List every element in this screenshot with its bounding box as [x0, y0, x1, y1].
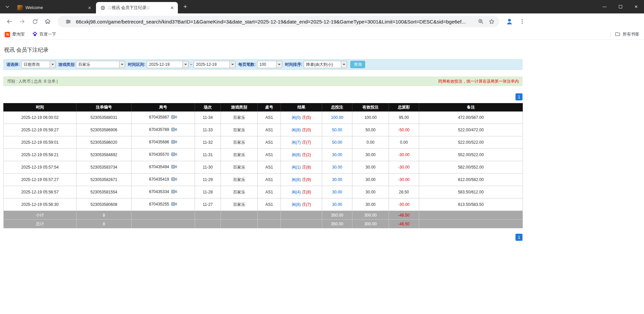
date-start-select[interactable]: 2025-12-19: [147, 61, 189, 68]
date-range-label: 时间区间:: [128, 62, 145, 68]
empty-cell: [419, 220, 523, 228]
page-size-select[interactable]: 100: [257, 61, 282, 68]
empty-cell: [258, 211, 281, 220]
video-replay-icon[interactable]: [171, 202, 177, 207]
total-bet-link[interactable]: 30.00: [332, 177, 342, 182]
all-bookmarks[interactable]: 所有书签: [610, 31, 639, 38]
dropdown-arrow-icon[interactable]: [119, 61, 125, 68]
cell-result: 闲(8)庄(9): [281, 174, 322, 186]
empty-cell: [419, 211, 523, 220]
address-bar[interactable]: 66cxkj98.com/game/betrecord_search/kind3…: [58, 16, 499, 27]
cell-valid-bet: 50.00: [352, 124, 389, 136]
cell-bet-id: 523053586906: [77, 124, 132, 136]
tab-title: :::视讯 会员下注纪录:::: [108, 5, 169, 11]
video-replay-icon[interactable]: [171, 140, 177, 145]
video-replay-icon[interactable]: [171, 189, 177, 195]
window-close-icon[interactable]: ✕: [628, 0, 644, 13]
tab-search-chevron-icon[interactable]: [3, 2, 12, 11]
dropdown-arrow-icon[interactable]: [276, 61, 282, 68]
table-header-row: 时间注单编号局号场次游戏类别桌号结果总投注有效投注总派彩备注: [4, 103, 523, 111]
cell-game-type: 百家乐: [221, 198, 258, 211]
dropdown-arrow-icon[interactable]: [341, 61, 347, 68]
tab-welcome[interactable]: Welcome ✕: [13, 2, 95, 13]
empty-cell: [195, 211, 221, 220]
empty-cell: [132, 211, 195, 220]
table-header-cell: 结果: [281, 103, 322, 111]
empty-cell: [281, 211, 322, 220]
total-bet-link[interactable]: 30.00: [332, 190, 342, 194]
video-replay-icon[interactable]: [171, 177, 177, 182]
reload-icon[interactable]: [30, 16, 40, 27]
query-type-select[interactable]: 日期查询: [21, 61, 56, 68]
result-player: 闲(6): [292, 152, 301, 157]
cell-table-no: AS1: [258, 198, 281, 211]
home-icon[interactable]: [42, 16, 53, 27]
cell-note: 522.00/472.00: [419, 124, 523, 136]
cell-table-no: AS1: [258, 174, 281, 186]
video-replay-icon[interactable]: [171, 152, 177, 158]
select-type-label: 请选择:: [6, 62, 20, 68]
forward-icon[interactable]: [17, 16, 28, 27]
cell-total-bet: 50.00: [322, 136, 352, 149]
dropdown-arrow-icon[interactable]: [50, 61, 55, 68]
date-end-value: 2025-12-19: [194, 61, 230, 68]
result-banker: 庄(0): [302, 128, 311, 132]
url-text[interactable]: 66cxkj98.com/game/betrecord_search/kind3…: [76, 19, 475, 25]
cell-bet-id: 523053583734: [77, 161, 132, 174]
tab-strip: Welcome ✕ :::视讯 会员下注纪录::: ✕ + — ✕: [0, 0, 644, 13]
total-bet-link[interactable]: 30.00: [332, 202, 342, 207]
search-button[interactable]: 查询: [350, 61, 365, 68]
table-header-cell: 有效投注: [352, 103, 389, 111]
result-banker: 庄(5): [302, 115, 311, 120]
cell-payout: -50.00: [389, 124, 419, 136]
baidu-paw-icon: [32, 31, 38, 38]
bookmark-baidu[interactable]: 百度一下: [32, 31, 56, 38]
cell-bet-id: 523053581554: [77, 186, 132, 198]
cell-valid-bet: 30.00: [352, 149, 389, 161]
total-bet-link[interactable]: 30.00: [332, 165, 342, 170]
back-icon[interactable]: [4, 16, 15, 27]
table-row: 2025-12-19 05:56:30 523053580608 6704352…: [4, 198, 523, 211]
bookmark-taobao[interactable]: 淘 爱淘宝: [5, 32, 25, 37]
total-bet-link[interactable]: 30.00: [332, 152, 342, 157]
bookmark-label: 爱淘宝: [12, 32, 25, 37]
cell-payout: -30.00: [389, 198, 419, 211]
cell-note: 472.00/567.00: [419, 111, 523, 124]
profile-icon[interactable]: [504, 16, 515, 27]
menu-icon[interactable]: [517, 16, 528, 27]
table-header-cell: 备注: [419, 103, 523, 111]
cell-session: 11-28: [195, 186, 221, 198]
date-end-select[interactable]: 2025-12-19: [194, 61, 236, 68]
cell-session: 11-34: [195, 111, 221, 124]
tab-close-icon[interactable]: ✕: [87, 5, 93, 11]
bookmarks-folder-icon: [615, 31, 621, 38]
page-content: 视讯 会员下注纪录 请选择: 日期查询 游戏类别 百家乐 时间区间: 2025-…: [0, 40, 644, 314]
game-type-select[interactable]: 百家乐: [76, 61, 125, 68]
tab-betrecord[interactable]: :::视讯 会员下注纪录::: ✕: [96, 2, 178, 13]
dropdown-arrow-icon[interactable]: [183, 61, 188, 68]
minimize-icon[interactable]: —: [597, 0, 612, 13]
bookmark-star-icon[interactable]: [487, 17, 496, 26]
cell-total-bet: 50.00: [322, 124, 352, 136]
maximize-icon[interactable]: [612, 0, 628, 13]
page-button-1[interactable]: 1: [515, 93, 523, 100]
site-settings-icon[interactable]: [64, 17, 72, 26]
total-bet-link[interactable]: 50.00: [332, 128, 342, 132]
cell-result: 闲(4)庄(8): [281, 186, 322, 198]
video-replay-icon[interactable]: [171, 165, 177, 170]
tab-close-icon[interactable]: ✕: [169, 5, 175, 11]
video-replay-icon[interactable]: [171, 115, 177, 120]
video-replay-icon[interactable]: [171, 127, 177, 133]
cell-session: 11-32: [195, 136, 221, 149]
dropdown-arrow-icon[interactable]: [230, 61, 235, 68]
new-tab-icon[interactable]: +: [181, 2, 190, 11]
divider: [610, 32, 611, 37]
total-bet-link[interactable]: 100.00: [331, 115, 343, 120]
total-bet-link[interactable]: 50.00: [332, 140, 342, 145]
page-button-1[interactable]: 1: [515, 234, 523, 241]
subtotal-total-bet: 350.00: [322, 211, 352, 220]
sort-select[interactable]: 降幂(由大到小): [304, 61, 347, 68]
zoom-icon[interactable]: [477, 17, 485, 26]
table-row: 2025-12-19 05:58:21 523053584692 6704355…: [4, 149, 523, 161]
cell-table-no: AS1: [258, 186, 281, 198]
